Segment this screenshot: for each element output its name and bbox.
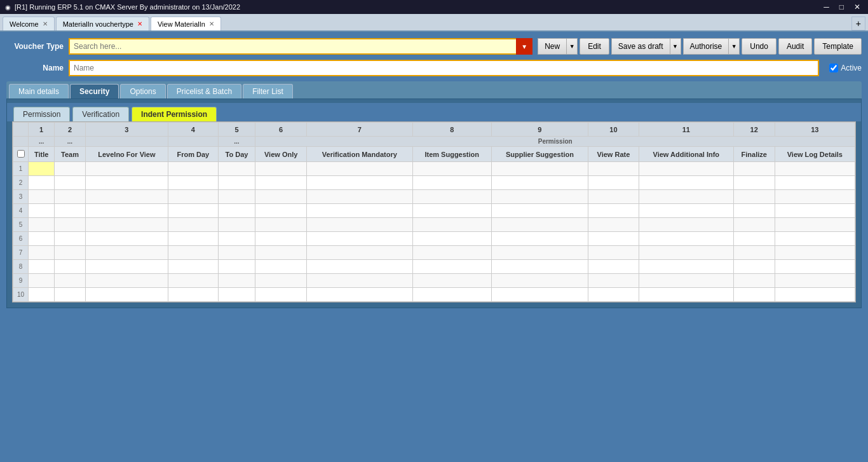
grid-cell[interactable] (491, 260, 588, 274)
grid-cell[interactable] (29, 162, 55, 176)
grid-cell[interactable] (29, 288, 55, 302)
grid-cell[interactable] (491, 176, 588, 190)
tab-welcome[interactable]: Welcome ✕ (3, 17, 55, 31)
grid-cell[interactable] (168, 288, 218, 302)
grid-cell[interactable] (306, 218, 412, 232)
section-tab-options[interactable]: Options (120, 84, 165, 99)
save-as-draft-dropdown-arrow[interactable]: ▼ (670, 38, 681, 55)
grid-cell[interactable] (775, 260, 855, 274)
grid-cell[interactable] (168, 260, 218, 274)
grid-cell[interactable] (218, 204, 255, 218)
inner-tab-indent-permission[interactable]: Indent Permission (132, 107, 217, 121)
grid-cell[interactable] (491, 162, 588, 176)
tab-welcome-close[interactable]: ✕ (43, 20, 48, 27)
grid-cell[interactable] (168, 176, 218, 190)
inner-tab-permission[interactable]: Permission (13, 107, 70, 121)
grid-cell[interactable] (218, 274, 255, 288)
grid-cell[interactable] (55, 274, 85, 288)
grid-cell[interactable] (639, 246, 733, 260)
grid-cell[interactable] (55, 218, 85, 232)
grid-cell[interactable] (255, 274, 307, 288)
grid-cell[interactable] (55, 204, 85, 218)
grid-cell[interactable] (588, 218, 639, 232)
grid-cell[interactable] (588, 232, 639, 246)
grid-cell[interactable] (29, 274, 55, 288)
grid-cell[interactable] (491, 190, 588, 204)
grid-cell[interactable] (491, 204, 588, 218)
edit-button[interactable]: Edit (580, 38, 609, 55)
tab-view-materialin[interactable]: View MaterialIn ✕ (151, 17, 221, 31)
grid-cell[interactable] (255, 232, 307, 246)
grid-cell[interactable] (306, 204, 412, 218)
grid-cell[interactable] (412, 162, 491, 176)
grid-cell[interactable] (733, 218, 775, 232)
grid-cell[interactable] (733, 162, 775, 176)
grid-cell[interactable] (639, 260, 733, 274)
section-tab-main-details[interactable]: Main details (9, 84, 69, 99)
grid-cell[interactable] (29, 176, 55, 190)
grid-cell[interactable] (775, 162, 855, 176)
grid-cell[interactable] (491, 246, 588, 260)
tab-view-materialin-close[interactable]: ✕ (209, 20, 214, 27)
grid-cell[interactable] (218, 176, 255, 190)
grid-cell[interactable] (306, 176, 412, 190)
grid-cell[interactable] (775, 204, 855, 218)
new-dropdown-arrow[interactable]: ▼ (566, 38, 578, 55)
section-tab-filter-list[interactable]: Filter List (243, 84, 293, 99)
grid-cell[interactable] (639, 288, 733, 302)
grid-cell[interactable] (85, 218, 168, 232)
grid-cell[interactable] (85, 232, 168, 246)
grid-cell[interactable] (412, 232, 491, 246)
grid-cell[interactable] (55, 260, 85, 274)
authorise-dropdown-arrow[interactable]: ▼ (728, 38, 740, 55)
grid-cell[interactable] (29, 204, 55, 218)
active-checkbox[interactable] (829, 64, 838, 72)
grid-cell[interactable] (218, 246, 255, 260)
grid-cell[interactable] (255, 246, 307, 260)
grid-cell[interactable] (29, 232, 55, 246)
grid-cell[interactable] (412, 176, 491, 190)
grid-cell[interactable] (733, 190, 775, 204)
grid-cell[interactable] (412, 190, 491, 204)
template-button[interactable]: Template (814, 38, 862, 55)
name-input[interactable] (69, 60, 819, 76)
grid-cell[interactable] (639, 204, 733, 218)
grid-cell[interactable] (255, 162, 307, 176)
grid-cell[interactable] (29, 190, 55, 204)
grid-cell[interactable] (306, 162, 412, 176)
grid-cell[interactable] (218, 190, 255, 204)
grid-cell[interactable] (733, 246, 775, 260)
grid-cell[interactable] (29, 260, 55, 274)
grid-cell[interactable] (255, 190, 307, 204)
tab-add-button[interactable]: + (851, 17, 865, 31)
grid-cell[interactable] (255, 176, 307, 190)
grid-cell[interactable] (639, 190, 733, 204)
grid-cell[interactable] (639, 274, 733, 288)
grid-cell[interactable] (588, 162, 639, 176)
voucher-type-search-input[interactable] (69, 38, 532, 55)
grid-cell[interactable] (55, 176, 85, 190)
grid-cell[interactable] (85, 288, 168, 302)
grid-cell[interactable] (491, 218, 588, 232)
grid-cell[interactable] (168, 274, 218, 288)
grid-cell[interactable] (775, 288, 855, 302)
grid-cell[interactable] (775, 176, 855, 190)
grid-cell[interactable] (306, 232, 412, 246)
grid-cell[interactable] (412, 274, 491, 288)
grid-cell[interactable] (412, 204, 491, 218)
grid-cell[interactable] (218, 288, 255, 302)
grid-cell[interactable] (255, 288, 307, 302)
grid-cell[interactable] (218, 260, 255, 274)
grid-cell[interactable] (775, 232, 855, 246)
grid-cell[interactable] (55, 232, 85, 246)
grid-cell[interactable] (733, 176, 775, 190)
grid-cell[interactable] (306, 190, 412, 204)
section-tab-pricelist-batch[interactable]: Pricelist & Batch (167, 84, 241, 99)
grid-cell[interactable] (85, 204, 168, 218)
section-tab-security[interactable]: Security (70, 84, 119, 99)
grid-cell[interactable] (55, 162, 85, 176)
grid-cell[interactable] (306, 260, 412, 274)
grid-cell[interactable] (85, 190, 168, 204)
grid-cell[interactable] (255, 260, 307, 274)
grid-cell[interactable] (775, 246, 855, 260)
